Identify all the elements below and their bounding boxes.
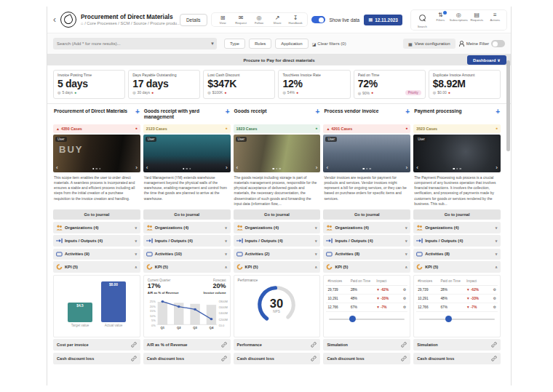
activities-accordion[interactable]: Activities (8) ∨ (323, 249, 410, 260)
kpi-accordion[interactable]: KPI (5) ∧ (323, 261, 410, 273)
subscriptions-button[interactable]: ◎Subscriptions (450, 12, 468, 28)
carousel-image[interactable]: User ‹ › (413, 135, 501, 172)
activities-accordion[interactable]: Activities (8) ∨ (413, 249, 501, 260)
filters-button[interactable]: ⇅Filters (431, 12, 450, 28)
kpi-link-row[interactable]: Performance (234, 339, 321, 351)
gear-icon[interactable]: ⚙ (487, 287, 496, 292)
kpi-accordion[interactable]: KPI (5) ∧ (413, 261, 501, 273)
go-to-journal-button[interactable]: Go to journal (234, 209, 321, 220)
inputs-outputs-accordion[interactable]: Inputs / Outputs (4) ∨ (413, 235, 501, 247)
cases-banner[interactable]: ▲ 4201 Cases ● (323, 124, 410, 133)
kpi-link-row[interactable]: Cost per invoice (53, 339, 140, 351)
carousel-image[interactable]: User ‹ › (323, 135, 410, 172)
organizations-accordion[interactable]: Organizations (4) ∨ (234, 222, 321, 233)
vertical-scrollbar[interactable] (506, 55, 510, 383)
view-button[interactable]: ⊞View (214, 15, 232, 25)
simulation-slider[interactable] (419, 315, 495, 324)
carousel-next-icon[interactable]: › (135, 165, 138, 171)
kpi-card[interactable]: Days Payable Outstanding 17 days ◎ 30 da… (128, 70, 200, 99)
add-icon[interactable]: + (316, 108, 320, 115)
carousel-next-icon[interactable]: › (496, 165, 498, 171)
gear-icon[interactable]: ⚙ (487, 296, 496, 300)
home-icon[interactable]: ⌂ (81, 21, 84, 25)
kpi-link-row[interactable]: Cash discount loss (413, 353, 501, 364)
breadcrumb[interactable]: ⌂ / Core Processes / SCM / Source / Proc… (81, 21, 174, 26)
gear-icon[interactable]: ⚙ (397, 296, 406, 300)
kpi-link-row[interactable]: Cash discount loss (143, 353, 231, 364)
funnel-icon[interactable]: ▼ (210, 41, 215, 46)
add-icon[interactable]: + (405, 108, 410, 115)
go-to-journal-button[interactable]: Go to journal (53, 209, 140, 220)
back-icon[interactable]: ‹ (53, 15, 56, 24)
kpi-link-row[interactable]: Cash discount loss (53, 353, 140, 364)
activities-accordion[interactable]: Activities (2) ∨ (234, 249, 321, 260)
inputs-outputs-accordion[interactable]: Inputs / Outputs (4) ∨ (143, 235, 231, 247)
slider-thumb[interactable] (445, 316, 452, 322)
kpi-card[interactable]: Paid on Time 72% ◎ 90% ● Priority (354, 70, 426, 99)
kpi-card[interactable]: Invoice Posting Time 5 days ◎ 5 days ● (53, 70, 125, 99)
date-picker-button[interactable]: ▦12.11.2023 (364, 15, 402, 25)
kpi-card[interactable]: Duplicate Invoice Amount $8.92M ◎ $0.00 … (429, 70, 501, 99)
kpi-link-row[interactable]: A/R as % of Revenue (143, 339, 231, 351)
slider-thumb[interactable] (349, 316, 356, 322)
cases-banner[interactable]: ▲ 2123 Cases ● (143, 124, 231, 133)
go-to-journal-button[interactable]: Go to journal (323, 209, 410, 220)
carousel-prev-icon[interactable]: ‹ (416, 165, 418, 171)
kpi-accordion[interactable]: KPI (5) ∧ (234, 261, 321, 273)
activities-accordion[interactable]: Activities (9) ∨ (53, 249, 140, 260)
organizations-accordion[interactable]: Organizations (4) ∨ (323, 222, 410, 233)
carousel-prev-icon[interactable]: ‹ (146, 165, 148, 171)
search-input[interactable] (53, 38, 217, 49)
activities-accordion[interactable]: Activities (10) ∨ (143, 249, 231, 260)
kpi-link-row[interactable]: Cash discount loss (234, 353, 321, 364)
filter-application-button[interactable]: Application (275, 39, 308, 49)
kpi-card[interactable]: Touchless Invoice Rate 12% ◎ 54% ● (278, 70, 350, 99)
handbook-button[interactable]: ↧Handbook (287, 15, 305, 25)
gear-icon[interactable]: ⚙ (487, 305, 496, 309)
kpi-link-row[interactable]: Cash discount loss (323, 353, 410, 364)
add-icon[interactable]: + (135, 108, 140, 115)
kpi-card[interactable]: Lost Cash Discount $347K ◎ $100K ● (203, 70, 275, 99)
filter-roles-button[interactable]: Roles (249, 39, 271, 49)
organizations-accordion[interactable]: Organizations (4) ∨ (413, 222, 501, 233)
carousel-next-icon[interactable]: › (316, 165, 318, 171)
go-to-journal-button[interactable]: Go to journal (143, 209, 231, 220)
follow-button[interactable]: ◎Follow (250, 15, 268, 25)
add-icon[interactable]: + (226, 108, 230, 115)
view-configuration-button[interactable]: ▦View configuration (403, 39, 455, 49)
carousel-prev-icon[interactable]: ‹ (326, 165, 328, 171)
avatar[interactable]: SB (511, 12, 512, 27)
actions-button[interactable]: ≡Actions (486, 12, 504, 28)
carousel-image[interactable]: User ‹ › (143, 135, 231, 172)
kpi-accordion[interactable]: KPI (5) ∧ (143, 261, 231, 273)
cases-banner[interactable]: ▲ 3523 Cases ● (413, 124, 501, 133)
gear-icon[interactable]: ⚙ (397, 287, 406, 292)
cases-banner[interactable]: ▲ 4350 Cases ● (53, 124, 140, 133)
scrollbar-thumb[interactable] (506, 60, 510, 151)
inputs-outputs-accordion[interactable]: Inputs / Outputs (4) ∨ (53, 235, 140, 247)
inputs-outputs-accordion[interactable]: Inputs / Outputs (4) ∨ (234, 235, 321, 247)
simulation-slider[interactable] (329, 315, 405, 324)
kpi-link-row[interactable]: Simulation (413, 339, 501, 351)
add-icon[interactable]: + (496, 108, 500, 115)
organizations-accordion[interactable]: Organizations (4) ∨ (143, 222, 231, 233)
clear-filters-button[interactable]: ◪Clear filters (0) (312, 41, 346, 47)
meine-filter-toggle[interactable] (491, 40, 505, 47)
requests-button[interactable]: ▤Requests (468, 12, 486, 28)
search-button[interactable]: Search (413, 12, 431, 28)
request-button[interactable]: ✉Request (232, 15, 250, 25)
dashboard-button[interactable]: Dashboard ∨ (467, 55, 506, 65)
inputs-outputs-accordion[interactable]: Inputs / Outputs (4) ∨ (323, 235, 410, 247)
carousel-image[interactable]: User ‹ › (234, 135, 321, 172)
filter-type-button[interactable]: Type (224, 39, 245, 49)
cases-banner[interactable]: ▲ 1823 Cases ● (234, 124, 321, 133)
carousel-prev-icon[interactable]: ‹ (56, 165, 58, 171)
carousel-next-icon[interactable]: › (226, 165, 228, 171)
carousel-prev-icon[interactable]: ‹ (236, 165, 239, 171)
share-button[interactable]: ↗Share (268, 15, 287, 25)
go-to-journal-button[interactable]: Go to journal (413, 209, 501, 220)
carousel-image[interactable]: User BUY ‹ › (53, 135, 140, 172)
gear-icon[interactable]: ⚙ (397, 305, 406, 309)
kpi-accordion[interactable]: KPI (5) ∧ (53, 261, 140, 273)
carousel-next-icon[interactable]: › (406, 165, 408, 171)
